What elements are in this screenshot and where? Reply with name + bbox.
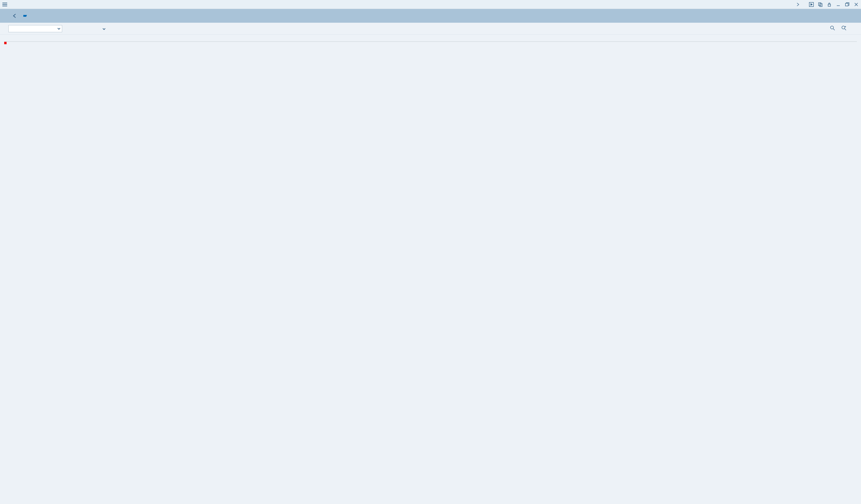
svg-rect-3 bbox=[828, 4, 831, 6]
annotation-highlight-box bbox=[4, 42, 6, 44]
svg-point-5 bbox=[831, 26, 834, 29]
svg-rect-4 bbox=[845, 3, 848, 6]
find-icon[interactable] bbox=[830, 25, 835, 32]
system-menu-bar bbox=[0, 0, 861, 9]
session-icon[interactable] bbox=[818, 2, 823, 7]
title-banner bbox=[0, 9, 861, 23]
lock-icon[interactable] bbox=[827, 2, 832, 7]
more-menu[interactable] bbox=[102, 26, 106, 31]
restore-icon[interactable] bbox=[845, 2, 850, 7]
continue-icon[interactable] bbox=[796, 2, 801, 7]
minimize-icon[interactable] bbox=[836, 2, 840, 7]
menu-icon[interactable] bbox=[2, 1, 8, 8]
back-button[interactable] bbox=[10, 11, 19, 20]
command-combo[interactable] bbox=[8, 25, 62, 32]
find-next-icon[interactable] bbox=[841, 25, 847, 32]
play-box-icon[interactable] bbox=[809, 2, 814, 7]
tree-column-header bbox=[4, 39, 857, 42]
tree-container bbox=[0, 34, 861, 42]
application-toolbar bbox=[0, 23, 861, 34]
close-icon[interactable] bbox=[854, 2, 859, 7]
sap-logo bbox=[23, 15, 27, 17]
svg-point-6 bbox=[842, 26, 845, 29]
